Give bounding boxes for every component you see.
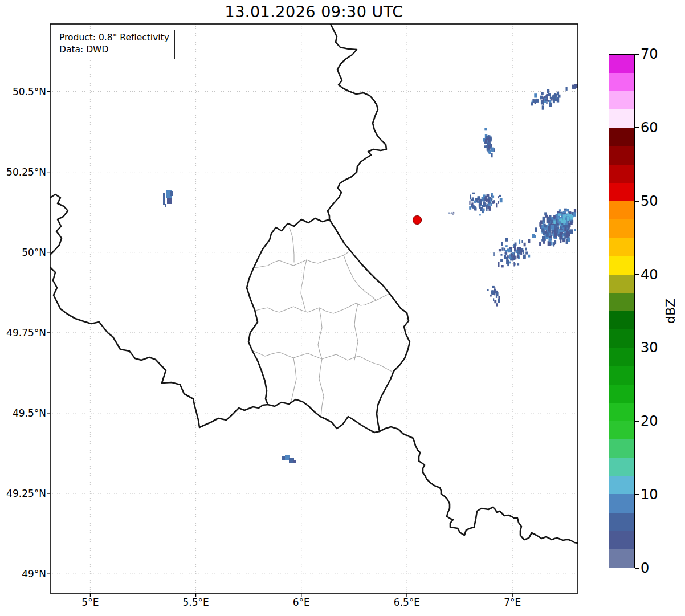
country-border-path <box>328 24 386 219</box>
colorbar-segment <box>609 549 634 568</box>
radar-echo-cell <box>485 139 487 144</box>
figure-title: 13.01.2026 09:30 UTC <box>50 3 578 21</box>
colorbar-segment <box>609 55 634 73</box>
radar-echo-cell <box>487 289 489 291</box>
colorbar-tick-label: 50 <box>641 193 658 209</box>
radar-echo-cell <box>540 96 541 100</box>
radar-echo-cell <box>553 95 554 96</box>
radar-site-marker <box>413 216 422 225</box>
gridline-layer <box>50 24 578 593</box>
radar-echo-cell <box>569 230 570 233</box>
colorbar-segment <box>609 109 634 128</box>
radar-echo-cell <box>512 257 514 260</box>
radar-echo-cell <box>165 204 166 207</box>
radar-echo-cell <box>494 300 496 303</box>
radar-echo-cell <box>548 226 549 231</box>
admin-border-path <box>301 260 307 311</box>
radar-echo-cell <box>521 240 523 243</box>
radar-echo-cell <box>542 236 545 241</box>
radar-echo-cell <box>537 99 539 103</box>
colorbar-segment <box>609 146 634 165</box>
radar-echo-cell <box>556 94 557 97</box>
radar-echo-cell <box>508 249 511 252</box>
radar-echo-cell <box>492 286 495 288</box>
radar-echo-cell <box>532 234 535 238</box>
y-tick-label: 50.25°N <box>0 166 46 178</box>
radar-echo-cell <box>469 201 470 205</box>
colorbar-tick-mark <box>635 54 639 55</box>
radar-echo-cell <box>472 193 475 194</box>
country-borders-layer <box>50 24 578 543</box>
colorbar-segment <box>609 201 634 219</box>
radar-echo-cell <box>516 250 517 253</box>
colorbar-segment <box>609 256 634 275</box>
radar-echo-cell <box>523 250 524 254</box>
radar-echo-cell <box>533 99 536 103</box>
radar-echo-cell <box>514 263 515 265</box>
colorbar-tick-label: 40 <box>641 267 658 283</box>
country-border-path <box>380 427 578 543</box>
radar-echo-cell <box>528 255 530 258</box>
radar-echo-cell <box>560 235 562 238</box>
radar-echo-cell <box>551 242 552 246</box>
colorbar-segment <box>609 476 634 494</box>
radar-echo-cell <box>479 214 481 215</box>
radar-echo-cell <box>548 94 551 96</box>
radar-echo-cell <box>470 194 471 199</box>
admin-border-path <box>252 350 392 372</box>
colorbar-segment <box>609 366 634 384</box>
radar-echo-cell <box>525 252 528 255</box>
radar-echo-cell <box>556 229 558 233</box>
map-plot-area <box>0 0 685 616</box>
colorbar-tick-label: 20 <box>641 413 658 429</box>
radar-echo-cell <box>558 214 562 216</box>
colorbar-segment <box>609 183 634 201</box>
radar-echo-cell <box>491 153 493 157</box>
radar-echo-cell <box>493 298 494 301</box>
radar-echo-cell <box>552 225 554 230</box>
radar-echo-cell <box>488 202 491 203</box>
radar-echo-cell <box>488 137 490 142</box>
colorbar-tick-mark <box>635 201 639 202</box>
radar-echo-cell <box>567 216 569 221</box>
radar-echo-cell <box>505 252 507 255</box>
radar-echo-cell <box>528 239 530 243</box>
radar-echo-cell <box>541 92 544 95</box>
y-tick-label: 50°N <box>0 247 46 258</box>
radar-echo-cell <box>482 210 483 213</box>
radar-echo-cell <box>545 215 548 218</box>
radar-echo-cell <box>564 233 566 235</box>
radar-echo-cell <box>484 198 486 201</box>
colorbar-tick-label: 0 <box>641 560 649 576</box>
colorbar-tick-label: 10 <box>641 487 658 503</box>
radar-echo-cell <box>566 233 568 238</box>
radar-echo-cell <box>566 209 569 212</box>
radar-echo-cell <box>482 205 483 208</box>
colorbar-segment <box>609 329 634 348</box>
x-tick-label: 5.5°E <box>170 597 222 608</box>
radar-echo-cell <box>289 458 294 463</box>
radar-echo-cell <box>570 215 573 218</box>
radar-echo-cell <box>548 241 551 246</box>
radar-echo-cell <box>531 102 533 105</box>
radar-echo-cell <box>488 206 491 209</box>
x-tick-label: 6°E <box>276 597 327 608</box>
radar-echo-cell <box>545 99 547 101</box>
product-line: Product: 0.8° Reflectivity <box>59 32 169 44</box>
radar-echo-cell <box>501 265 503 267</box>
radar-echo-cell <box>479 205 481 209</box>
radar-echo-cell <box>549 215 551 218</box>
admin-border-path <box>318 308 324 417</box>
colorbar-segment <box>609 385 634 403</box>
radar-echo-cell <box>523 255 526 259</box>
radar-echo-cell <box>548 238 551 242</box>
radar-echo-cell <box>484 128 487 130</box>
radar-echo-cell <box>474 206 476 209</box>
admin-border-path <box>354 304 358 360</box>
radar-echo-cell <box>501 254 503 256</box>
radar-echo-cell <box>472 197 474 201</box>
radar-echo-cell <box>543 97 545 101</box>
radar-echo-cell <box>515 256 516 259</box>
radar-echo-cell <box>504 255 506 259</box>
radar-echo-cell <box>563 220 566 223</box>
